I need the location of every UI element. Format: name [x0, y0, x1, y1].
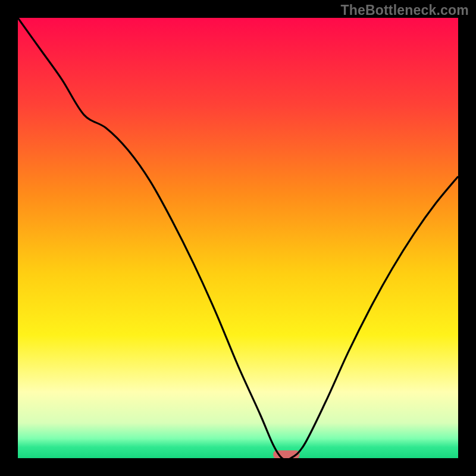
watermark-text: TheBottleneck.com: [340, 2, 469, 18]
chart-frame: TheBottleneck.com: [0, 0, 476, 476]
bottleneck-chart: [18, 18, 458, 458]
plot-area: [18, 18, 458, 458]
gradient-background: [18, 18, 458, 458]
